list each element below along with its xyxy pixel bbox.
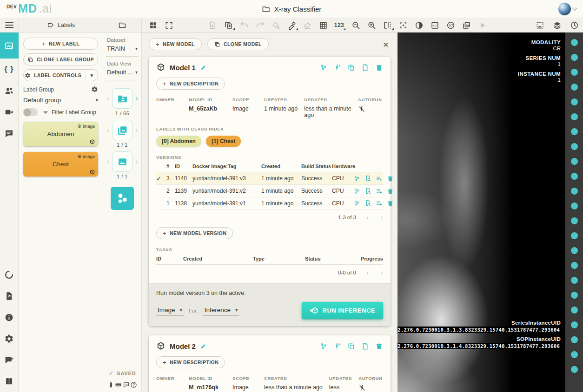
prev-arrow[interactable]: ‹: [105, 126, 111, 134]
navigator-tile[interactable]: [112, 88, 132, 109]
mdai-logo[interactable]: DEV MD .ai: [7, 3, 52, 14]
next-arrow[interactable]: ›: [134, 95, 139, 102]
layout-grid-icon[interactable]: [146, 19, 160, 31]
clone-model-icon[interactable]: [347, 342, 355, 350]
version-row[interactable]: 2 1139 yuntian/model-391:v2 1 minute ago…: [156, 184, 383, 197]
tool-info[interactable]: [0, 307, 19, 328]
labels-tab[interactable]: Labels: [19, 18, 103, 32]
thumbnail-dot[interactable]: [571, 128, 578, 135]
clone-label-group-button[interactable]: CLONE LABEL GROUP: [23, 53, 98, 65]
tool-video[interactable]: [0, 101, 19, 123]
delete-version-icon[interactable]: [387, 200, 394, 207]
thumbnail-dot[interactable]: [571, 232, 578, 239]
play-icon[interactable]: [476, 19, 489, 31]
clone-annotation-icon[interactable]: [222, 19, 235, 31]
clone-model-icon[interactable]: [347, 64, 355, 72]
tool-users[interactable]: [0, 80, 19, 101]
prev-page-icon[interactable]: ‹: [366, 269, 369, 276]
build-log-icon[interactable]: [364, 175, 371, 182]
zoom-out-icon[interactable]: [349, 19, 363, 31]
thumbnail-dot[interactable]: [571, 321, 578, 328]
dataview-select[interactable]: Default ... ▾: [107, 69, 138, 76]
new-from-version-icon[interactable]: [376, 188, 383, 195]
new-from-version-icon[interactable]: [376, 200, 383, 207]
new-label-button[interactable]: + NEW LABEL: [23, 38, 98, 50]
delete-model-icon[interactable]: [375, 342, 383, 350]
label-indicator-tile[interactable]: [111, 187, 134, 210]
deploy-nodes-icon[interactable]: [353, 175, 360, 182]
delete-version-icon[interactable]: [387, 188, 394, 195]
tool-sync[interactable]: [0, 264, 19, 285]
thumbnail-dot[interactable]: [571, 217, 578, 224]
avatar[interactable]: [558, 3, 571, 15]
thumbnail-strip-icon[interactable]: [533, 19, 547, 31]
menu-icon[interactable]: [5, 22, 13, 28]
run-mode-select[interactable]: Inference ▾: [203, 306, 239, 316]
split-view-icon[interactable]: [381, 19, 394, 31]
prev-arrow[interactable]: ‹: [105, 95, 111, 102]
thumbnail-dot[interactable]: [571, 173, 578, 180]
tool-docs[interactable]: [0, 371, 19, 392]
deploy-nodes-icon[interactable]: [353, 200, 360, 207]
thumbnail-dots-rail[interactable]: [565, 33, 583, 392]
version-row[interactable]: 1 1138 yuntian/model-391:v1 1 minute ago…: [156, 197, 383, 209]
account-menu[interactable]: [558, 3, 576, 15]
thumbnail-dot[interactable]: [571, 158, 578, 165]
thumbnail-dot[interactable]: [571, 247, 578, 254]
label-chip[interactable]: ⊕image Chest: [23, 152, 98, 176]
redo-icon[interactable]: [253, 19, 267, 31]
new-annotation-icon[interactable]: [206, 19, 219, 31]
undo-icon[interactable]: [238, 19, 251, 31]
new-description-button[interactable]: + NEW DESCRIPTION: [156, 78, 225, 90]
thumbnail-dot[interactable]: [571, 307, 578, 314]
class-label-chip[interactable]: [1] Chest: [206, 136, 241, 147]
thumbnail-dot[interactable]: [571, 98, 578, 105]
build-log-icon[interactable]: [364, 200, 371, 207]
autorun-toggle-icon[interactable]: [333, 342, 341, 350]
thumbnail-dot[interactable]: [571, 188, 578, 195]
new-model-button[interactable]: + NEW MODEL: [149, 38, 202, 50]
thumbnail-dot[interactable]: [571, 39, 578, 46]
image-viewer[interactable]: MODALITY CR SERIES NUM 1 INSTANCE NUM 1 …: [398, 33, 583, 392]
close-models-panel-icon[interactable]: ×: [381, 39, 391, 49]
tool-feedback[interactable]: [0, 349, 19, 371]
thumbnail-dot[interactable]: [571, 292, 578, 299]
run-inference-button[interactable]: RUN INFERENCE: [302, 302, 383, 319]
window-level-presets-icon[interactable]: [444, 19, 457, 31]
edit-model-icon[interactable]: [200, 64, 207, 71]
thumbnail-dot[interactable]: [571, 277, 578, 284]
prev-page-icon[interactable]: ‹: [366, 214, 369, 221]
deploy-nodes-icon[interactable]: [319, 342, 327, 350]
tool-json[interactable]: { }: [0, 59, 19, 80]
layers-icon[interactable]: [550, 19, 564, 31]
invert-contrast-icon[interactable]: [412, 19, 426, 31]
thumbnail-dot[interactable]: [571, 262, 578, 269]
next-arrow[interactable]: ›: [134, 126, 139, 134]
new-description-button[interactable]: + NEW DESCRIPTION: [156, 356, 225, 368]
thumbnail-dot[interactable]: [571, 69, 578, 76]
navigator-tile[interactable]: [112, 151, 132, 172]
autorun-off-icon[interactable]: [358, 105, 365, 113]
navigator-tile[interactable]: [112, 120, 132, 140]
tool-export[interactable]: [0, 285, 19, 307]
delete-version-icon[interactable]: [387, 175, 394, 182]
next-page-icon[interactable]: ›: [381, 214, 383, 221]
edit-model-icon[interactable]: [200, 343, 207, 350]
grid-3x3-icon[interactable]: [317, 19, 330, 31]
deploy-nodes-icon[interactable]: [319, 64, 327, 72]
thumbnail-dot[interactable]: [571, 351, 578, 358]
label-controls-dropdown[interactable]: ▾: [86, 70, 98, 81]
zoom-in-icon[interactable]: [365, 19, 378, 31]
label-group-select[interactable]: Default group ▾: [23, 97, 98, 104]
next-page-icon[interactable]: ›: [381, 269, 383, 276]
label-group-settings-icon[interactable]: [91, 86, 98, 93]
multi-image-icon[interactable]: [460, 19, 473, 31]
brush-icon[interactable]: [285, 19, 298, 31]
delete-model-icon[interactable]: [375, 64, 383, 72]
thumbnail-dot[interactable]: [571, 336, 578, 343]
class-label-chip[interactable]: [0] Abdomen: [156, 136, 201, 147]
autorun-off-icon[interactable]: [358, 384, 366, 392]
clone-model-button[interactable]: CLONE MODEL: [207, 38, 269, 50]
reset-view-icon[interactable]: [397, 19, 410, 31]
window-level-icon[interactable]: [428, 19, 442, 31]
